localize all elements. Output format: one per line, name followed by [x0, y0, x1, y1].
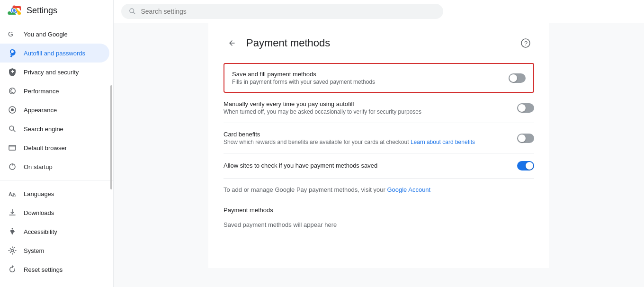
sidebar-item-label-performance: Performance	[24, 88, 59, 95]
sidebar-item-label-privacy: Privacy and security	[24, 69, 79, 76]
search-bar[interactable]	[121, 4, 443, 19]
svg-text:G: G	[8, 30, 13, 38]
search-engine-icon	[8, 124, 17, 134]
svg-line-22	[133, 12, 135, 14]
sidebar-item-label-languages: Languages	[24, 190, 54, 197]
sidebar-item-privacy-security[interactable]: Privacy and security	[0, 63, 109, 81]
content-block: Payment methods ? Save and fill payment …	[208, 23, 549, 268]
appearance-icon	[8, 105, 17, 115]
sidebar-item-accessibility[interactable]: Accessibility	[0, 222, 109, 241]
save-fill-label: Save and fill payment methods	[232, 71, 497, 78]
card-benefits-toggle-track[interactable]	[517, 134, 534, 143]
svg-point-7	[13, 9, 16, 12]
sidebar-item-label-system: System	[24, 247, 44, 254]
search-input[interactable]	[141, 8, 436, 15]
back-button[interactable]	[224, 35, 241, 52]
allow-sites-text: Allow sites to check if you have payment…	[224, 162, 517, 170]
page-header: Payment methods ?	[224, 35, 534, 52]
card-benefits-text: Card benefits Show which rewards and ben…	[224, 131, 517, 145]
sidebar-item-label-search: Search engine	[24, 126, 63, 133]
sidebar-item-autofill-passwords[interactable]: Autofill and passwords	[0, 44, 109, 63]
sidebar-item-label-you-and-google: You and Google	[24, 31, 68, 38]
manually-verify-toggle[interactable]	[517, 103, 534, 113]
manually-verify-row: Manually verify every time you pay using…	[224, 93, 534, 123]
sidebar-item-on-startup[interactable]: On startup	[0, 157, 109, 176]
on-startup-icon	[8, 162, 17, 171]
page-title: Payment methods	[246, 37, 330, 49]
sidebar-divider	[0, 180, 113, 180]
downloads-icon	[8, 208, 17, 217]
payment-methods-section-label: Payment methods	[224, 197, 534, 217]
allow-sites-toggle-thumb	[526, 162, 533, 170]
main-content: Payment methods ? Save and fill payment …	[114, 0, 644, 287]
google-account-link[interactable]: Google Account	[387, 186, 430, 193]
card-benefits-toggle[interactable]	[517, 134, 534, 143]
saved-methods-text: Saved payment methods will appear here	[224, 217, 534, 232]
card-benefits-row: Card benefits Show which rewards and ben…	[224, 123, 534, 153]
sidebar-item-label-accessibility: Accessibility	[24, 228, 57, 235]
manually-verify-text: Manually verify every time you pay using…	[224, 100, 517, 115]
svg-text:?: ?	[524, 40, 528, 47]
help-button[interactable]: ?	[517, 35, 534, 52]
reset-icon	[8, 265, 17, 274]
sidebar-item-languages[interactable]: Aあ Languages	[0, 184, 109, 203]
autofill-icon	[8, 48, 17, 58]
allow-sites-check-row: Allow sites to check if you have payment…	[224, 153, 534, 179]
system-icon	[8, 246, 17, 255]
svg-point-4	[18, 11, 21, 15]
card-benefits-desc: Show which rewards and benefits are avai…	[224, 139, 506, 145]
manually-verify-desc: When turned off, you may be asked occasi…	[224, 108, 506, 115]
you-and-google-icon: G	[8, 29, 17, 39]
sidebar-item-downloads[interactable]: Downloads	[0, 203, 109, 222]
save-fill-toggle-thumb	[510, 74, 517, 82]
back-arrow-icon	[227, 38, 237, 48]
sidebar-item-label-default-browser: Default browser	[24, 144, 67, 152]
sidebar-item-system[interactable]: System	[0, 241, 109, 260]
card-benefits-desc-before: Show which rewards and benefits are avai…	[224, 139, 411, 145]
content-scroll: Payment methods ? Save and fill payment …	[114, 23, 644, 287]
sidebar-item-search-engine[interactable]: Search engine	[0, 119, 109, 138]
manually-verify-label: Manually verify every time you pay using…	[224, 100, 506, 108]
app-title: Settings	[27, 6, 57, 16]
sidebar-item-label-appearance: Appearance	[24, 107, 57, 114]
google-pay-section: To add or manage Google Pay payment meth…	[224, 179, 534, 197]
svg-rect-13	[9, 145, 16, 150]
sidebar-item-default-browser[interactable]: Default browser	[0, 138, 109, 157]
performance-icon	[8, 86, 17, 96]
svg-line-12	[13, 130, 15, 132]
card-benefits-label: Card benefits	[224, 131, 506, 138]
card-benefits-toggle-thumb	[518, 135, 526, 142]
manually-verify-toggle-thumb	[518, 104, 526, 112]
sidebar-scrollbar[interactable]	[110, 85, 112, 189]
manually-verify-toggle-track[interactable]	[517, 103, 534, 113]
save-fill-payment-row: Save and fill payment methods Fills in p…	[224, 63, 534, 93]
svg-point-3	[13, 6, 16, 9]
sidebar-item-label-autofill: Autofill and passwords	[24, 50, 85, 57]
sidebar-nav: G You and Google Autofill and passwords …	[0, 25, 113, 279]
allow-sites-label: Allow sites to check if you have payment…	[224, 162, 506, 169]
allow-sites-toggle-track[interactable]	[517, 161, 534, 170]
svg-point-19	[12, 228, 13, 230]
learn-about-card-benefits-link[interactable]: Learn about card benefits	[411, 139, 475, 145]
default-browser-icon	[8, 143, 17, 152]
search-icon	[129, 8, 136, 15]
google-pay-text: To add or manage Google Pay payment meth…	[224, 186, 387, 193]
sidebar-item-performance[interactable]: Performance	[0, 81, 109, 100]
save-fill-desc: Fills in payment forms with your saved p…	[232, 79, 497, 85]
languages-icon: Aあ	[8, 189, 17, 198]
svg-point-10	[11, 108, 14, 111]
sidebar-item-label-downloads: Downloads	[24, 209, 54, 216]
save-fill-text: Save and fill payment methods Fills in p…	[232, 71, 509, 85]
svg-point-20	[11, 250, 14, 252]
sidebar-item-you-and-google[interactable]: G You and Google	[0, 25, 109, 44]
save-fill-toggle-track[interactable]	[509, 73, 526, 83]
help-icon: ?	[520, 38, 531, 48]
save-fill-toggle[interactable]	[509, 73, 526, 83]
sidebar-header: Settings	[0, 0, 113, 25]
sidebar-item-appearance[interactable]: Appearance	[0, 100, 109, 119]
allow-sites-toggle[interactable]	[517, 161, 534, 170]
svg-text:あ: あ	[12, 192, 16, 197]
sidebar-item-reset-settings[interactable]: Reset settings	[0, 260, 109, 279]
sidebar-item-label-on-startup: On startup	[24, 163, 53, 170]
svg-point-5	[8, 11, 11, 15]
